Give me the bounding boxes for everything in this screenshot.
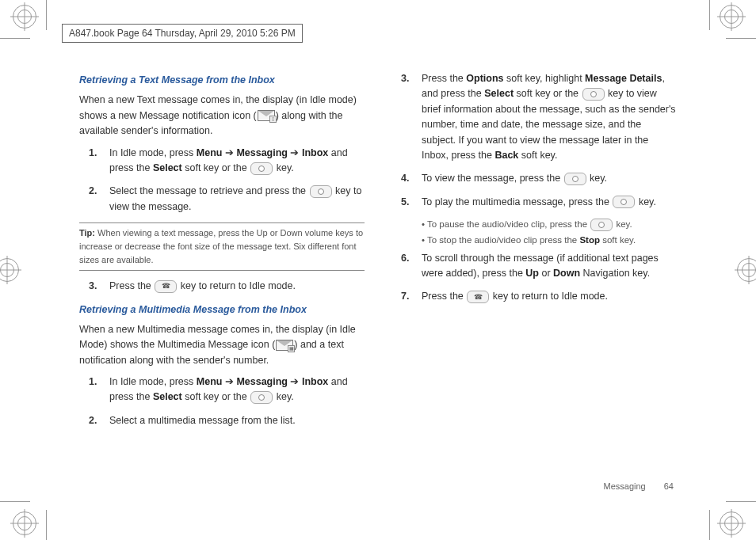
page-number: 64 [664,481,674,491]
crop-mark [46,0,47,30]
crop-mark [0,38,30,39]
paragraph: When a new Multimedia message comes in, … [79,322,365,368]
list-text: In Idle mode, press Menu ➔ Messaging ➔ I… [109,146,365,177]
page-body: Retrieving a Text Message from the Inbox… [79,68,677,469]
ordered-list: 6. To scroll through the message (if add… [391,251,677,305]
message-envelope-icon: ▯ [258,110,275,121]
ordered-list: 1. In Idle mode, press Menu ➔ Messaging … [79,375,365,428]
tip-label: Tip: [79,228,95,238]
list-item: 1. In Idle mode, press Menu ➔ Messaging … [79,146,365,177]
crop-mark [726,501,756,502]
tip-text: When viewing a text message, press the U… [79,228,363,264]
registration-mark-icon [13,511,36,535]
ok-key-icon [564,173,586,185]
tip-callout: Tip: When viewing a text message, press … [79,222,365,271]
bullet-item: To stop the audio/video clip press the S… [422,234,677,248]
ok-key-icon [590,219,613,231]
crop-mark [0,501,30,502]
list-text: Select a multimedia message from the lis… [109,413,365,428]
registration-mark-icon [0,258,19,282]
ok-key-icon [613,196,635,208]
page-footer: Messaging 64 [603,481,674,491]
list-item: 3. Press the Options soft key, highlight… [391,71,677,163]
mms-envelope-icon: ▦ [276,340,293,351]
crop-mark [726,38,756,39]
bullet-item: To pause the audio/video clip, press the… [422,218,677,232]
list-number: 3. [79,279,109,294]
right-column: 3. Press the Options soft key, highlight… [391,68,677,469]
list-number: 7. [391,289,422,304]
list-text: In Idle mode, press Menu ➔ Messaging ➔ I… [109,375,365,405]
registration-mark-icon [720,5,743,29]
ordered-list: 1. In Idle mode, press Menu ➔ Messaging … [79,146,365,215]
ordered-list: 3. Press the Options soft key, highlight… [391,71,677,210]
registration-mark-icon [737,258,756,282]
bullet-list: To pause the audio/video clip, press the… [422,218,677,248]
list-number: 1. [79,146,109,177]
ok-key-icon [310,185,332,198]
list-number: 6. [391,251,422,282]
crop-mark [46,510,47,540]
list-item: 2. Select a multimedia message from the … [79,413,365,428]
list-number: 1. [79,375,109,405]
list-text: To play the multimedia message, press th… [422,195,677,210]
paragraph: When a new Text message comes in, the di… [79,93,365,139]
list-number: 2. [79,413,109,428]
end-key-icon: ☎ [467,291,489,303]
list-item: 7. Press the ☎ key to return to Idle mod… [391,289,677,304]
list-text: Select the message to retrieve and press… [109,184,365,215]
ok-key-icon [250,391,273,404]
list-number: 2. [79,184,109,215]
crop-mark [709,510,710,540]
list-number: 5. [391,195,422,210]
list-item: 4. To view the message, press the key. [391,171,677,186]
footer-section: Messaging [603,481,645,491]
list-item: 5. To play the multimedia message, press… [391,195,677,210]
list-number: 3. [391,71,422,163]
page-header: A847.book Page 64 Thursday, April 29, 20… [62,24,303,43]
list-text: To view the message, press the key. [422,171,677,186]
list-text: Press the ☎ key to return to Idle mode. [422,289,677,304]
ok-key-icon [250,162,273,175]
crop-mark [709,0,710,30]
list-item: 3. Press the ☎ key to return to Idle mod… [79,279,365,294]
list-item: 6. To scroll through the message (if add… [391,251,677,282]
end-key-icon: ☎ [155,280,177,293]
list-item: 1. In Idle mode, press Menu ➔ Messaging … [79,375,365,405]
section-heading: Retrieving a Multimedia Message from the… [79,302,365,318]
list-number: 4. [391,171,422,186]
list-text: Press the Options soft key, highlight Me… [422,71,677,163]
ordered-list: 3. Press the ☎ key to return to Idle mod… [79,279,365,294]
section-heading: Retrieving a Text Message from the Inbox [79,73,365,88]
list-item: 2. Select the message to retrieve and pr… [79,184,365,215]
registration-mark-icon [720,511,743,535]
registration-mark-icon [13,5,36,29]
list-text: Press the ☎ key to return to Idle mode. [109,279,365,294]
left-column: Retrieving a Text Message from the Inbox… [79,68,365,469]
ok-key-icon [582,88,605,101]
list-text: To scroll through the message (if additi… [422,251,677,282]
